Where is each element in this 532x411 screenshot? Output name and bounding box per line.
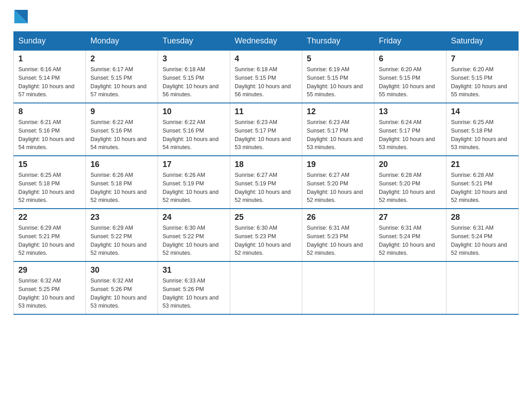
day-number: 5 xyxy=(307,54,369,64)
calendar-day-cell: 21Sunrise: 6:28 AMSunset: 5:21 PMDayligh… xyxy=(446,156,519,209)
calendar-day-cell: 24Sunrise: 6:30 AMSunset: 5:22 PMDayligh… xyxy=(158,209,230,261)
calendar-week-row: 22Sunrise: 6:29 AMSunset: 5:21 PMDayligh… xyxy=(14,209,519,261)
day-number: 25 xyxy=(235,213,297,222)
calendar-day-cell: 1Sunrise: 6:16 AMSunset: 5:14 PMDaylight… xyxy=(14,51,86,103)
day-info: Sunrise: 6:26 AMSunset: 5:18 PMDaylight:… xyxy=(90,171,153,205)
empty-cell xyxy=(446,261,519,314)
day-number: 2 xyxy=(90,54,153,64)
calendar-week-row: 29Sunrise: 6:32 AMSunset: 5:25 PMDayligh… xyxy=(14,261,519,314)
logo xyxy=(13,9,29,22)
day-info: Sunrise: 6:18 AMSunset: 5:15 PMDaylight:… xyxy=(235,65,297,99)
day-info: Sunrise: 6:29 AMSunset: 5:21 PMDaylight:… xyxy=(18,224,81,257)
calendar-day-cell: 29Sunrise: 6:32 AMSunset: 5:25 PMDayligh… xyxy=(14,261,86,314)
day-number: 21 xyxy=(451,160,514,169)
day-info: Sunrise: 6:17 AMSunset: 5:15 PMDaylight:… xyxy=(90,65,153,99)
day-info: Sunrise: 6:33 AMSunset: 5:26 PMDaylight:… xyxy=(163,277,225,310)
day-info: Sunrise: 6:29 AMSunset: 5:22 PMDaylight:… xyxy=(90,224,153,257)
logo-icon xyxy=(14,10,28,23)
calendar-day-cell: 27Sunrise: 6:31 AMSunset: 5:24 PMDayligh… xyxy=(374,209,446,261)
day-info: Sunrise: 6:22 AMSunset: 5:16 PMDaylight:… xyxy=(90,118,153,152)
day-info: Sunrise: 6:32 AMSunset: 5:26 PMDaylight:… xyxy=(90,277,153,310)
day-number: 23 xyxy=(90,213,153,222)
empty-cell xyxy=(374,261,446,314)
calendar-day-cell: 16Sunrise: 6:26 AMSunset: 5:18 PMDayligh… xyxy=(86,156,158,209)
day-number: 20 xyxy=(379,160,442,169)
day-number: 24 xyxy=(163,213,225,222)
day-number: 10 xyxy=(163,107,225,116)
weekday-header-tuesday: Tuesday xyxy=(158,32,230,51)
day-info: Sunrise: 6:21 AMSunset: 5:16 PMDaylight:… xyxy=(18,118,81,152)
calendar-day-cell: 11Sunrise: 6:23 AMSunset: 5:17 PMDayligh… xyxy=(230,103,302,156)
day-info: Sunrise: 6:23 AMSunset: 5:17 PMDaylight:… xyxy=(307,118,369,152)
day-number: 15 xyxy=(18,160,81,169)
calendar-day-cell: 2Sunrise: 6:17 AMSunset: 5:15 PMDaylight… xyxy=(86,51,158,103)
day-info: Sunrise: 6:20 AMSunset: 5:15 PMDaylight:… xyxy=(451,65,514,99)
day-info: Sunrise: 6:27 AMSunset: 5:19 PMDaylight:… xyxy=(235,171,297,205)
day-info: Sunrise: 6:19 AMSunset: 5:15 PMDaylight:… xyxy=(307,65,369,99)
day-number: 14 xyxy=(451,107,514,116)
day-info: Sunrise: 6:31 AMSunset: 5:24 PMDaylight:… xyxy=(379,224,442,257)
calendar-day-cell: 22Sunrise: 6:29 AMSunset: 5:21 PMDayligh… xyxy=(14,209,86,261)
day-info: Sunrise: 6:30 AMSunset: 5:22 PMDaylight:… xyxy=(163,224,225,257)
day-info: Sunrise: 6:24 AMSunset: 5:17 PMDaylight:… xyxy=(379,118,442,152)
weekday-header-thursday: Thursday xyxy=(302,32,374,51)
day-info: Sunrise: 6:31 AMSunset: 5:24 PMDaylight:… xyxy=(451,224,514,257)
day-info: Sunrise: 6:23 AMSunset: 5:17 PMDaylight:… xyxy=(235,118,297,152)
day-number: 4 xyxy=(235,54,297,64)
calendar-week-row: 1Sunrise: 6:16 AMSunset: 5:14 PMDaylight… xyxy=(14,51,519,103)
day-info: Sunrise: 6:22 AMSunset: 5:16 PMDaylight:… xyxy=(163,118,225,152)
day-info: Sunrise: 6:30 AMSunset: 5:23 PMDaylight:… xyxy=(235,224,297,257)
day-info: Sunrise: 6:26 AMSunset: 5:19 PMDaylight:… xyxy=(163,171,225,205)
weekday-header-wednesday: Wednesday xyxy=(230,32,302,51)
day-number: 16 xyxy=(90,160,153,169)
calendar-day-cell: 17Sunrise: 6:26 AMSunset: 5:19 PMDayligh… xyxy=(158,156,230,209)
day-number: 9 xyxy=(90,107,153,116)
day-info: Sunrise: 6:16 AMSunset: 5:14 PMDaylight:… xyxy=(18,65,81,99)
day-info: Sunrise: 6:28 AMSunset: 5:21 PMDaylight:… xyxy=(451,171,514,205)
calendar-week-row: 8Sunrise: 6:21 AMSunset: 5:16 PMDaylight… xyxy=(14,103,519,156)
calendar-day-cell: 3Sunrise: 6:18 AMSunset: 5:15 PMDaylight… xyxy=(158,51,230,103)
day-number: 1 xyxy=(18,54,81,64)
day-info: Sunrise: 6:20 AMSunset: 5:15 PMDaylight:… xyxy=(379,65,442,99)
empty-cell xyxy=(230,261,302,314)
day-info: Sunrise: 6:28 AMSunset: 5:20 PMDaylight:… xyxy=(379,171,442,205)
calendar-day-cell: 26Sunrise: 6:31 AMSunset: 5:23 PMDayligh… xyxy=(302,209,374,261)
calendar-day-cell: 25Sunrise: 6:30 AMSunset: 5:23 PMDayligh… xyxy=(230,209,302,261)
calendar-day-cell: 14Sunrise: 6:25 AMSunset: 5:18 PMDayligh… xyxy=(446,103,519,156)
day-number: 28 xyxy=(451,213,514,222)
weekday-header-friday: Friday xyxy=(374,32,446,51)
day-info: Sunrise: 6:25 AMSunset: 5:18 PMDaylight:… xyxy=(451,118,514,152)
calendar-day-cell: 4Sunrise: 6:18 AMSunset: 5:15 PMDaylight… xyxy=(230,51,302,103)
day-info: Sunrise: 6:18 AMSunset: 5:15 PMDaylight:… xyxy=(163,65,225,99)
day-number: 12 xyxy=(307,107,369,116)
day-number: 29 xyxy=(18,265,81,275)
day-number: 13 xyxy=(379,107,442,116)
day-info: Sunrise: 6:31 AMSunset: 5:23 PMDaylight:… xyxy=(307,224,369,257)
day-number: 27 xyxy=(379,213,442,222)
day-number: 30 xyxy=(90,265,153,275)
day-info: Sunrise: 6:27 AMSunset: 5:20 PMDaylight:… xyxy=(307,171,369,205)
weekday-header-saturday: Saturday xyxy=(446,32,519,51)
day-info: Sunrise: 6:25 AMSunset: 5:18 PMDaylight:… xyxy=(18,171,81,205)
calendar-day-cell: 31Sunrise: 6:33 AMSunset: 5:26 PMDayligh… xyxy=(158,261,230,314)
day-number: 6 xyxy=(379,54,442,64)
calendar-day-cell: 28Sunrise: 6:31 AMSunset: 5:24 PMDayligh… xyxy=(446,209,519,261)
calendar-day-cell: 23Sunrise: 6:29 AMSunset: 5:22 PMDayligh… xyxy=(86,209,158,261)
calendar-day-cell: 19Sunrise: 6:27 AMSunset: 5:20 PMDayligh… xyxy=(302,156,374,209)
day-number: 11 xyxy=(235,107,297,116)
day-number: 18 xyxy=(235,160,297,169)
calendar-day-cell: 30Sunrise: 6:32 AMSunset: 5:26 PMDayligh… xyxy=(86,261,158,314)
calendar-day-cell: 9Sunrise: 6:22 AMSunset: 5:16 PMDaylight… xyxy=(86,103,158,156)
calendar-day-cell: 18Sunrise: 6:27 AMSunset: 5:19 PMDayligh… xyxy=(230,156,302,209)
calendar-day-cell: 15Sunrise: 6:25 AMSunset: 5:18 PMDayligh… xyxy=(14,156,86,209)
calendar-day-cell: 10Sunrise: 6:22 AMSunset: 5:16 PMDayligh… xyxy=(158,103,230,156)
calendar-day-cell: 5Sunrise: 6:19 AMSunset: 5:15 PMDaylight… xyxy=(302,51,374,103)
calendar-day-cell: 6Sunrise: 6:20 AMSunset: 5:15 PMDaylight… xyxy=(374,51,446,103)
day-number: 31 xyxy=(163,265,225,275)
weekday-header-row: SundayMondayTuesdayWednesdayThursdayFrid… xyxy=(14,32,519,51)
weekday-header-monday: Monday xyxy=(86,32,158,51)
day-number: 19 xyxy=(307,160,369,169)
day-number: 17 xyxy=(163,160,225,169)
calendar-day-cell: 12Sunrise: 6:23 AMSunset: 5:17 PMDayligh… xyxy=(302,103,374,156)
calendar-week-row: 15Sunrise: 6:25 AMSunset: 5:18 PMDayligh… xyxy=(14,156,519,209)
